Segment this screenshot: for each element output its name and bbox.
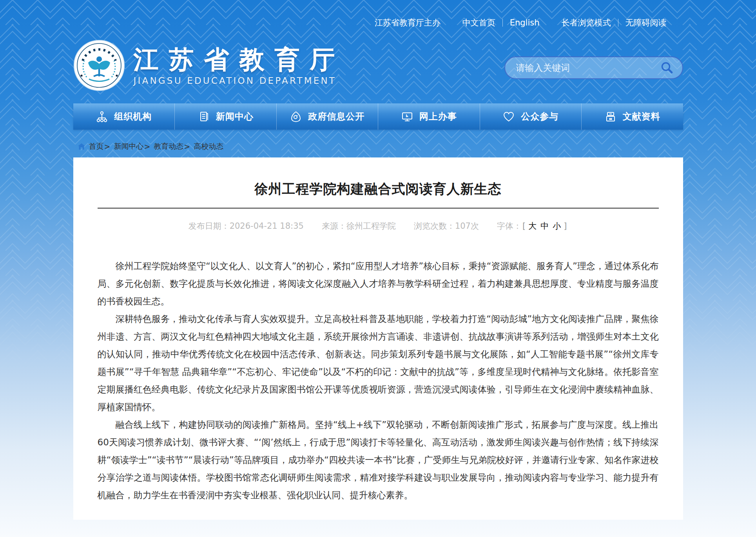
breadcrumb-separator: > xyxy=(144,142,150,151)
article-title: 徐州工程学院构建融合式阅读育人新生态 xyxy=(98,180,659,198)
accessibility-link[interactable]: 无障碍阅读 xyxy=(625,17,667,28)
sponsor-link[interactable]: 江苏省教育厅主办 xyxy=(375,17,441,28)
main-navigation: 组织机构 新闻中心 xyxy=(73,103,683,130)
font-size-switcher: 字体： [ 大 中 小 ] xyxy=(497,221,567,231)
title-divider xyxy=(98,208,659,209)
breadcrumb: 首页> 新闻中心> 教育动态> 高校动态 xyxy=(73,141,683,152)
view-count: 浏览次数：107次 xyxy=(414,221,479,231)
nav-label: 文献资料 xyxy=(623,110,660,123)
page: 江苏省教育厅主办 中文首页 English 长者浏览模式 无障碍阅读 xyxy=(0,0,756,520)
org-chart-icon xyxy=(96,110,108,123)
font-switch-label: 字体： xyxy=(497,221,522,231)
online-services-monitor-icon xyxy=(401,110,413,123)
heart-icon xyxy=(502,110,515,123)
nav-item-public-participation[interactable]: 公众参与 xyxy=(480,103,582,130)
search-button[interactable] xyxy=(660,60,674,75)
breadcrumb-item-news-center[interactable]: 新闻中心 xyxy=(114,141,143,152)
publish-date: 发布日期：2026-04-21 18:35 xyxy=(189,221,304,231)
article-source: 来源：徐州工程学院 xyxy=(322,221,396,231)
magnifier-icon xyxy=(660,61,674,74)
breadcrumb-item-education-updates[interactable]: 教育动态 xyxy=(154,141,183,152)
top-utility-bar: 江苏省教育厅主办 中文首页 English 长者浏览模式 无障碍阅读 xyxy=(73,0,683,28)
nav-item-online-services[interactable]: 网上办事 xyxy=(378,103,480,130)
topbar-divider xyxy=(502,19,503,27)
article-paragraph: 融合线上线下，构建协同联动的阅读推广新格局。坚持“线上+线下”双轮驱动，不断创新… xyxy=(98,416,659,504)
bracket: [ xyxy=(522,221,526,231)
font-size-medium-button[interactable]: 中 xyxy=(538,221,551,231)
article-paragraph: 徐州工程学院始终坚守“以文化人、以文育人”的初心，紧扣“应用型人才培养”核心目标… xyxy=(98,257,659,310)
nav-item-literature-resources[interactable]: 文献资料 xyxy=(581,103,683,130)
home-icon xyxy=(77,142,86,151)
elder-mode-link[interactable]: 长者浏览模式 xyxy=(562,17,611,28)
article-meta: 发布日期：2026-04-21 18:35 来源：徐州工程学院 浏览次数：107… xyxy=(98,221,659,231)
nav-label: 组织机构 xyxy=(114,110,152,123)
breadcrumb-item-university-updates[interactable]: 高校动态 xyxy=(194,141,223,152)
nav-label: 政府信息公开 xyxy=(308,110,364,123)
news-document-icon xyxy=(198,110,210,123)
archive-icon xyxy=(604,110,617,123)
breadcrumb-item-home[interactable]: 首页 xyxy=(89,141,104,152)
font-size-large-button[interactable]: 大 xyxy=(526,221,538,231)
site-name-english: JIANGSU EDUCATION DEPARTMENT xyxy=(134,76,504,86)
jiangsu-education-emblem xyxy=(73,40,125,93)
article-body: 徐州工程学院始终坚守“以文化人、以文育人”的初心，紧扣“应用型人才培养”核心目标… xyxy=(98,257,659,504)
chinese-home-link[interactable]: 中文首页 xyxy=(462,17,495,28)
nav-label: 新闻中心 xyxy=(216,110,254,123)
info-disclosure-icon xyxy=(290,110,302,123)
article-paragraph: 深耕特色服务，推动文化传承与育人实效双提升。立足高校社科普及基地职能，学校着力打… xyxy=(98,310,659,416)
english-link[interactable]: English xyxy=(510,18,540,27)
nav-item-news-center[interactable]: 新闻中心 xyxy=(174,103,276,130)
breadcrumb-separator: > xyxy=(104,142,111,151)
site-title-block: 江苏省教育厅 JIANGSU EDUCATION DEPARTMENT xyxy=(134,47,504,85)
site-header: 江苏省教育厅 JIANGSU EDUCATION DEPARTMENT xyxy=(73,37,683,96)
nav-label: 网上办事 xyxy=(419,110,457,123)
site-search xyxy=(504,56,683,79)
nav-item-gov-info-disclosure[interactable]: 政府信息公开 xyxy=(276,103,378,130)
site-name: 江苏省教育厅 xyxy=(134,47,504,73)
article-panel: 徐州工程学院构建融合式阅读育人新生态 发布日期：2026-04-21 18:35… xyxy=(73,157,683,520)
bracket: ] xyxy=(564,221,567,231)
breadcrumb-separator: > xyxy=(184,142,190,151)
search-input[interactable] xyxy=(516,63,660,73)
nav-label: 公众参与 xyxy=(521,110,558,123)
font-size-small-button[interactable]: 小 xyxy=(551,221,563,231)
topbar-divider xyxy=(618,19,618,27)
nav-item-organization[interactable]: 组织机构 xyxy=(73,103,175,130)
